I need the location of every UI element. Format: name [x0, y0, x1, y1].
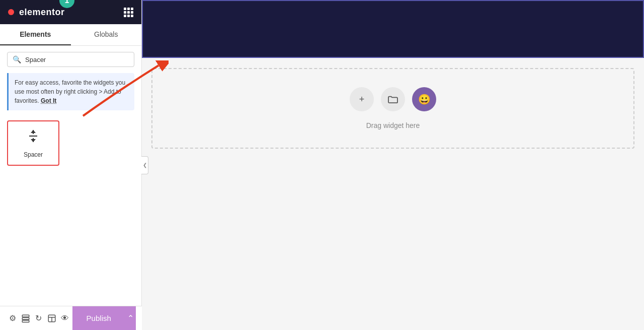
- widget-label: Spacer: [24, 151, 43, 158]
- add-template-button[interactable]: [381, 87, 405, 111]
- app-wrapper: elementor Elements Globals 🔍: [0, 0, 644, 330]
- grid-icon[interactable]: [124, 8, 133, 17]
- svg-marker-1: [31, 130, 36, 133]
- widget-spacer[interactable]: Spacer: [7, 120, 59, 166]
- template-icon-button[interactable]: [45, 306, 58, 331]
- hint-box: For easy access, favorite the widgets yo…: [7, 73, 134, 110]
- search-icon: 🔍: [13, 55, 21, 63]
- search-input[interactable]: [25, 56, 129, 63]
- search-box: 🔍: [7, 52, 134, 67]
- add-ai-button[interactable]: 😀: [412, 87, 436, 111]
- tab-elements[interactable]: Elements: [0, 24, 71, 45]
- canvas-area: + 😀 Drag widget here: [142, 0, 644, 330]
- sidebar-search: 🔍: [0, 46, 141, 73]
- sidebar-tabs: Elements Globals: [0, 24, 141, 46]
- logo-text: elementor: [19, 7, 65, 18]
- hint-link[interactable]: Got It: [41, 97, 56, 104]
- drop-actions: + 😀: [350, 87, 436, 111]
- add-section-button[interactable]: +: [350, 87, 374, 111]
- settings-icon-button[interactable]: ⚙: [6, 306, 19, 331]
- sidebar: elementor Elements Globals 🔍: [0, 0, 142, 330]
- drop-text: Drag widget here: [366, 121, 420, 129]
- preview-icon-button[interactable]: 👁: [58, 306, 71, 331]
- hint-text: For easy access, favorite the widgets yo…: [15, 79, 125, 104]
- history-icon-button[interactable]: ↻: [32, 306, 45, 331]
- drop-zone: + 😀 Drag widget here: [151, 68, 634, 149]
- tab-globals[interactable]: Globals: [71, 24, 142, 45]
- logo-dot: [8, 9, 14, 15]
- sidebar-header-left: elementor: [8, 7, 65, 18]
- layers-icon-button[interactable]: [19, 306, 32, 331]
- canvas-top-section: [142, 0, 644, 58]
- svg-rect-8: [22, 320, 29, 322]
- canvas-main: + 😀 Drag widget here: [142, 58, 644, 330]
- main-area: elementor Elements Globals 🔍: [0, 0, 644, 330]
- publish-more-button[interactable]: ⌃: [125, 306, 136, 331]
- collapse-icon: ❮: [143, 162, 147, 168]
- bottom-bar: ⚙ ↻ 👁 Publish: [0, 306, 142, 330]
- spacer-icon: [25, 128, 41, 147]
- svg-rect-6: [22, 315, 29, 317]
- publish-button[interactable]: Publish: [72, 306, 125, 331]
- svg-marker-4: [31, 139, 36, 142]
- svg-rect-7: [22, 317, 29, 319]
- collapse-button[interactable]: ❮: [141, 156, 148, 174]
- widgets-grid: 1 Spacer: [0, 116, 141, 170]
